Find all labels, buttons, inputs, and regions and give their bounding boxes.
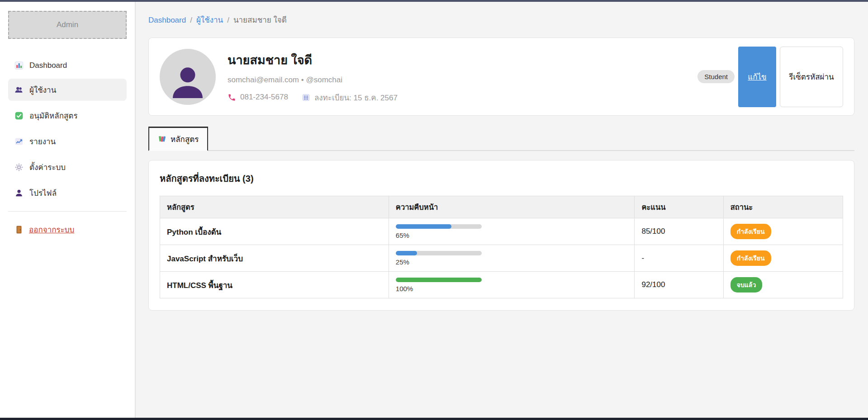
course-name: Python เบื้องต้น — [167, 228, 221, 236]
sidebar-item-approve-courses[interactable]: อนุมัติหลักสูตร — [8, 104, 127, 127]
courses-title: หลักสูตรที่ลงทะเบียน (3) — [160, 171, 843, 186]
door-icon — [14, 225, 24, 234]
course-name: HTML/CSS พื้นฐาน — [167, 281, 232, 290]
tab-courses[interactable]: หลักสูตร — [148, 127, 208, 151]
avatar — [160, 49, 216, 105]
admin-logo: Admin — [8, 11, 127, 39]
breadcrumb-separator: / — [227, 16, 229, 24]
reset-password-button[interactable]: รีเซ็ตรหัสผ่าน — [780, 47, 843, 107]
sidebar-item-settings[interactable]: ตั้งค่าระบบ — [8, 156, 127, 178]
phone-item: 081-234-5678 — [228, 93, 288, 102]
progress-label: 100% — [396, 285, 628, 293]
admin-logo-label: Admin — [57, 20, 78, 29]
status-badge: กำลังเรียน — [730, 224, 771, 239]
progress-bar — [396, 278, 482, 282]
tab-label: หลักสูตร — [171, 133, 199, 145]
role-badge: Student — [697, 70, 735, 83]
calendar-icon — [302, 93, 310, 102]
column-header-course: หลักสูตร — [160, 196, 389, 218]
sidebar-item-label: อนุมัติหลักสูตร — [29, 109, 78, 122]
courses-table: หลักสูตร ความคืบหน้า คะแนน สถานะ Python … — [160, 196, 843, 298]
profile-registered: ลงทะเบียน: 15 ธ.ค. 2567 — [314, 91, 398, 104]
score-value: - — [641, 254, 644, 262]
progress-label: 25% — [396, 258, 628, 266]
edit-button[interactable]: แก้ไข — [738, 47, 776, 107]
users-icon — [14, 85, 24, 94]
table-row: Python เบื้องต้น 65% 85/100 กำลังเรียน — [160, 218, 843, 245]
status-badge: จบแล้ว — [730, 277, 763, 293]
progress-fill — [396, 278, 482, 282]
course-name: JavaScript สำหรับเว็บ — [167, 255, 243, 263]
logout-link[interactable]: ออกจากระบบ — [8, 223, 127, 236]
sidebar-divider — [8, 211, 127, 212]
sidebar-item-label: ตั้งค่าระบบ — [29, 161, 66, 173]
profile-meta: 081-234-5678 ลงทะเบียน: 15 ธ.ค. 2567 — [228, 91, 697, 104]
main-content: Dashboard/ผู้ใช้งาน/นายสมชาย ใจดี นายสมช… — [136, 2, 868, 418]
table-row: HTML/CSS พื้นฐาน 100% 92/100 จบแล้ว — [160, 272, 843, 298]
sidebar-item-dashboard[interactable]: Dashboard — [8, 56, 127, 75]
progress-bar — [396, 251, 482, 255]
courses-card: หลักสูตรที่ลงทะเบียน (3) หลักสูตร ความคื… — [148, 160, 854, 311]
tab-bar: หลักสูตร — [148, 127, 854, 151]
bar-chart-icon — [14, 61, 24, 70]
status-badge: กำลังเรียน — [730, 250, 771, 266]
sidebar-item-label: โปรไฟล์ — [29, 187, 57, 199]
gear-icon — [14, 163, 24, 172]
sidebar-item-reports[interactable]: รายงาน — [8, 130, 127, 152]
sidebar-item-label: รายงาน — [29, 135, 56, 147]
sidebar-item-profile[interactable]: โปรไฟล์ — [8, 182, 127, 204]
column-header-score: คะแนน — [635, 196, 723, 218]
breadcrumb: Dashboard/ผู้ใช้งาน/นายสมชาย ใจดี — [148, 14, 854, 26]
progress-bar — [396, 224, 482, 229]
logout-label: ออกจากระบบ — [29, 223, 74, 236]
sidebar-item-label: Dashboard — [29, 61, 67, 70]
score-value: 85/100 — [641, 227, 665, 236]
sidebar-item-users[interactable]: ผู้ใช้งาน — [8, 79, 127, 101]
breadcrumb-link-users[interactable]: ผู้ใช้งาน — [196, 16, 223, 24]
phone-icon — [228, 93, 236, 102]
breadcrumb-link-dashboard[interactable]: Dashboard — [148, 16, 186, 24]
registered-item: ลงทะเบียน: 15 ธ.ค. 2567 — [302, 91, 398, 104]
progress-label: 65% — [396, 231, 628, 239]
breadcrumb-separator: / — [190, 16, 192, 24]
sidebar-item-label: ผู้ใช้งาน — [29, 84, 56, 96]
column-header-status: สถานะ — [723, 196, 843, 218]
person-icon — [14, 189, 24, 198]
sidebar: Admin Dashboard ผู้ใช้งาน อนุมัติหลักสูต… — [0, 2, 136, 418]
table-header-row: หลักสูตร ความคืบหน้า คะแนน สถานะ — [160, 196, 843, 218]
breadcrumb-current: นายสมชาย ใจดี — [233, 16, 287, 24]
profile-name: นายสมชาย ใจดี — [228, 50, 697, 70]
person-icon — [168, 63, 207, 102]
profile-phone: 081-234-5678 — [240, 93, 288, 102]
progress-fill — [396, 251, 417, 255]
table-row: JavaScript สำหรับเว็บ 25% - กำลังเรียน — [160, 245, 843, 272]
score-value: 92/100 — [641, 280, 665, 289]
check-icon — [14, 111, 24, 120]
profile-card: นายสมชาย ใจดี somchai@email.com • @somch… — [148, 38, 854, 116]
profile-info: นายสมชาย ใจดี somchai@email.com • @somch… — [228, 50, 697, 104]
trend-chart-icon — [14, 137, 24, 146]
profile-actions: Student แก้ไข รีเซ็ตรหัสผ่าน — [697, 47, 843, 107]
column-header-progress: ความคืบหน้า — [389, 196, 635, 218]
window-bottom-bar — [0, 418, 868, 420]
profile-email: somchai@email.com • @somchai — [228, 76, 697, 85]
progress-fill — [396, 224, 452, 229]
books-icon — [158, 135, 166, 143]
